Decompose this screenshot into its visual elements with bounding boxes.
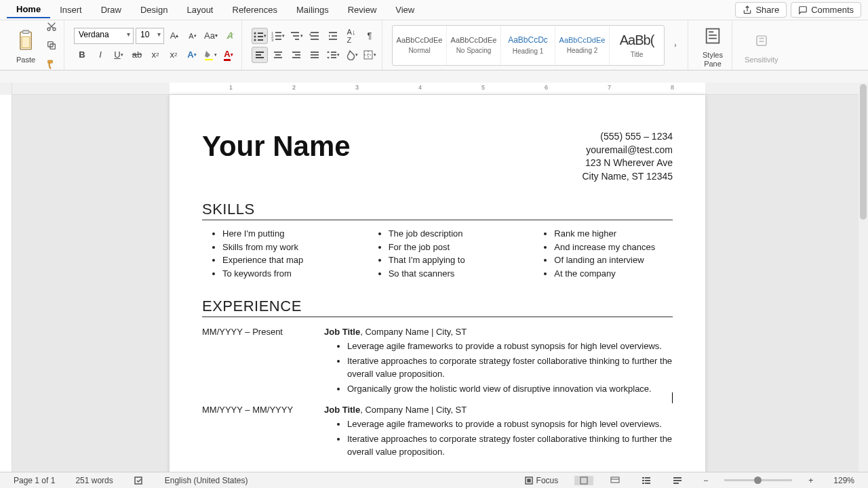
svg-rect-62 (673, 483, 679, 484)
clear-format-icon[interactable]: A̷ (221, 28, 237, 44)
document-page[interactable]: Your Name (555) 555 – 1234 youremail@tes… (170, 95, 705, 472)
zoom-knob[interactable] (754, 476, 762, 484)
style-heading-2[interactable]: AaBbCcDdEeHeading 2 (555, 26, 610, 65)
ribbon: Paste Verdana 10 A▴ A▾ Aa▾ A̷ B I U▾ ab … (0, 20, 868, 70)
svg-point-9 (254, 35, 256, 37)
text-effects-icon[interactable]: A▾ (184, 47, 200, 63)
svg-rect-52 (611, 477, 619, 483)
contact-email: youremail@test.com (582, 144, 673, 157)
styles-more-icon[interactable]: › (667, 37, 684, 54)
increase-indent-icon[interactable] (325, 28, 341, 44)
horizontal-ruler[interactable]: 1 2 3 4 5 6 7 8 (0, 83, 868, 95)
svg-rect-37 (311, 52, 319, 53)
vertical-scrollbar[interactable] (859, 83, 868, 472)
styles-gallery[interactable]: AaBbCcDdEeNormal AaBbCcDdEeNo Spacing Aa… (392, 25, 665, 66)
align-right-icon[interactable] (288, 47, 304, 63)
line-spacing-icon[interactable]: ▾ (325, 47, 341, 63)
justify-icon[interactable] (307, 47, 323, 63)
zoom-in-button[interactable]: + (804, 476, 817, 485)
status-language[interactable]: English (United States) (161, 476, 252, 485)
focus-icon (524, 476, 534, 485)
svg-rect-58 (642, 483, 644, 484)
contact-addr1: 123 N Wherever Ave (582, 157, 673, 170)
style-heading-1[interactable]: AaBbCcDcHeading 1 (501, 26, 555, 65)
style-no-spacing[interactable]: AaBbCcDdEeNo Spacing (447, 26, 501, 65)
highlight-icon[interactable]: ▾ (202, 47, 218, 63)
scrollbar-thumb[interactable] (860, 84, 867, 220)
zoom-level[interactable]: 129% (829, 476, 859, 485)
focus-button[interactable]: Focus (520, 476, 563, 485)
experience-heading: EXPERIENCE (202, 298, 673, 317)
bullets-icon[interactable]: ▾ (252, 28, 268, 44)
format-painter-icon[interactable] (43, 56, 60, 73)
strikethrough-button[interactable]: ab (129, 47, 145, 63)
menu-bar: Home Insert Draw Design Layout Reference… (0, 0, 868, 20)
clipboard-icon (14, 27, 38, 54)
exp-title-line: Job Title, Company Name | City, ST (324, 327, 673, 337)
decrease-indent-icon[interactable] (307, 28, 323, 44)
copy-icon[interactable] (43, 37, 60, 54)
vertical-ruler[interactable] (0, 83, 12, 472)
svg-rect-10 (258, 36, 263, 37)
tab-view[interactable]: View (386, 2, 424, 18)
style-normal[interactable]: AaBbCcDdEeNormal (393, 26, 447, 65)
share-icon (743, 5, 752, 15)
superscript-button[interactable]: x2 (165, 47, 182, 63)
sensitivity-button[interactable]: Sensitivity (742, 24, 781, 66)
italic-button[interactable]: I (92, 47, 108, 63)
svg-rect-16 (275, 35, 281, 37)
resume-name: Your Name (202, 130, 351, 163)
tab-review[interactable]: Review (338, 2, 387, 18)
status-page[interactable]: Page 1 of 1 (9, 476, 59, 485)
tab-insert[interactable]: Insert (50, 2, 92, 18)
view-web-icon[interactable] (606, 476, 625, 485)
font-name-select[interactable]: Verdana (74, 28, 134, 44)
numbering-icon[interactable]: 123▾ (270, 28, 286, 44)
svg-rect-35 (295, 54, 300, 56)
sort-icon[interactable]: A↓Z (343, 28, 359, 44)
show-marks-icon[interactable]: ¶ (361, 28, 378, 44)
cut-icon[interactable] (43, 18, 60, 35)
tab-draw[interactable]: Draw (92, 2, 131, 18)
tab-references[interactable]: References (223, 2, 287, 18)
sensitivity-label: Sensitivity (745, 56, 778, 64)
multilevel-list-icon[interactable]: ▾ (288, 28, 304, 44)
svg-rect-26 (332, 35, 337, 37)
subscript-button[interactable]: x2 (147, 47, 163, 63)
comments-button[interactable]: Comments (791, 2, 861, 18)
zoom-slider[interactable] (724, 479, 792, 481)
svg-rect-24 (311, 39, 319, 40)
svg-rect-22 (311, 32, 319, 33)
tab-home[interactable]: Home (7, 1, 50, 18)
tab-design[interactable]: Design (131, 2, 177, 18)
svg-rect-47 (757, 36, 766, 45)
tab-mailings[interactable]: Mailings (287, 2, 338, 18)
font-size-select[interactable]: 10 (136, 28, 164, 44)
styles-pane-label: Styles Pane (703, 51, 723, 67)
share-button[interactable]: Share (735, 2, 787, 18)
paste-button[interactable]: Paste (11, 24, 41, 66)
zoom-out-button[interactable]: − (699, 476, 712, 485)
styles-pane-button[interactable]: Styles Pane (698, 20, 728, 70)
change-case-icon[interactable]: Aa▾ (203, 28, 219, 44)
status-spellcheck-icon[interactable] (130, 475, 149, 486)
svg-rect-38 (311, 54, 319, 56)
view-print-icon[interactable] (574, 476, 593, 485)
svg-rect-48 (135, 477, 142, 484)
underline-button[interactable]: U▾ (111, 47, 127, 63)
align-center-icon[interactable] (270, 47, 286, 63)
align-left-icon[interactable] (252, 47, 268, 63)
borders-icon[interactable]: ▾ (361, 47, 378, 63)
font-color-icon[interactable]: A▾ (220, 47, 237, 63)
shading-icon[interactable]: ▾ (343, 47, 359, 63)
view-draft-icon[interactable] (668, 476, 687, 485)
style-title[interactable]: AaBb(Title (610, 26, 664, 65)
tab-layout[interactable]: Layout (177, 2, 222, 18)
svg-rect-55 (645, 477, 650, 479)
grow-font-icon[interactable]: A▴ (166, 28, 182, 44)
shrink-font-icon[interactable]: A▾ (184, 28, 201, 44)
bold-button[interactable]: B (74, 47, 90, 63)
status-words[interactable]: 251 words (71, 476, 117, 485)
view-outline-icon[interactable] (637, 476, 656, 485)
svg-rect-41 (331, 54, 336, 56)
